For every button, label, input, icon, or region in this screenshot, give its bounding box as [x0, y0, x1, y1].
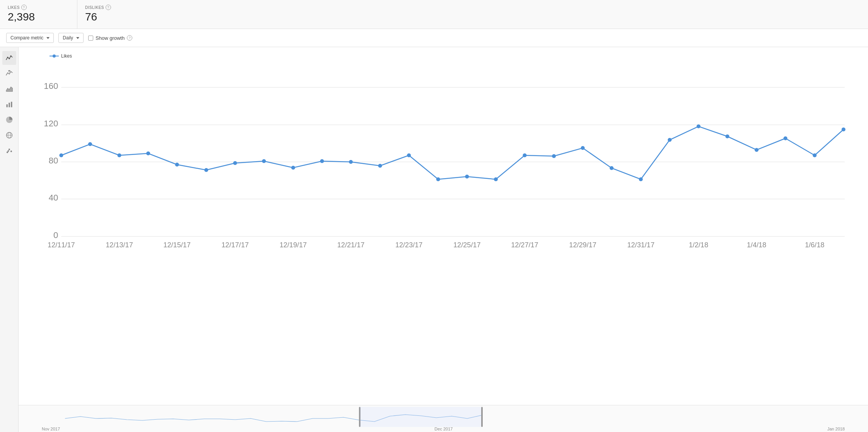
- dislikes-label: DISLIKES ?: [85, 5, 147, 10]
- svg-text:40: 40: [49, 193, 58, 202]
- minimap: Nov 2017 Dec 2017 Jan 2018: [19, 405, 868, 432]
- chart-line: [61, 126, 843, 179]
- chart-dot: [320, 159, 324, 163]
- daily-button[interactable]: Daily: [58, 33, 84, 43]
- chart-dot: [610, 166, 613, 170]
- chart-dot: [146, 151, 150, 155]
- dislikes-help-icon[interactable]: ?: [106, 5, 111, 10]
- line-chart-icon[interactable]: [2, 51, 16, 65]
- chart-dot: [725, 134, 729, 138]
- area-chart-icon[interactable]: [2, 82, 16, 96]
- svg-text:12/23/17: 12/23/17: [395, 241, 423, 248]
- minimap-selection: [360, 407, 481, 427]
- chart-dot: [117, 153, 121, 157]
- chart-svg: 0 40 80 120 160 12/11/17 12/13/17 12/15/…: [42, 63, 860, 248]
- svg-text:12/11/17: 12/11/17: [48, 241, 75, 248]
- svg-text:160: 160: [44, 81, 58, 91]
- chart-area: Likes 0 40 80 120 160: [19, 47, 868, 405]
- chart-dot: [639, 177, 643, 181]
- compare-metric-arrow-icon: [46, 37, 50, 39]
- minimap-svg: [42, 407, 845, 427]
- svg-rect-7: [11, 102, 12, 107]
- pie-chart-icon[interactable]: [2, 113, 16, 127]
- likes-help-icon[interactable]: ?: [21, 5, 27, 10]
- minimap-right-handle[interactable]: [481, 407, 483, 427]
- svg-text:1/2/18: 1/2/18: [689, 241, 708, 248]
- chart-dot: [291, 166, 295, 170]
- daily-arrow-icon: [76, 37, 79, 39]
- chart-dot: [407, 153, 411, 157]
- likes-metric: LIKES ? 2,398: [0, 0, 77, 29]
- chart-dot: [494, 177, 498, 181]
- toolbar: Compare metric Daily Show growth ?: [0, 29, 868, 47]
- compare-metric-label: Compare metric: [10, 35, 43, 41]
- chart-container: Likes 0 40 80 120 160: [19, 47, 868, 432]
- main-area: Likes 0 40 80 120 160: [0, 47, 868, 432]
- svg-text:0: 0: [53, 230, 58, 240]
- chart-dot: [204, 168, 208, 172]
- dislikes-value: 76: [85, 11, 147, 23]
- show-growth-checkbox[interactable]: [88, 36, 93, 41]
- compare-metric-button[interactable]: Compare metric: [6, 33, 54, 43]
- chart-type-sidebar: [0, 47, 19, 432]
- chart-dot: [697, 124, 701, 128]
- svg-rect-5: [6, 104, 7, 107]
- minimap-jan-label: Jan 2018: [827, 427, 845, 431]
- svg-text:12/15/17: 12/15/17: [163, 241, 191, 248]
- annotated-line-icon[interactable]: [2, 66, 16, 80]
- svg-point-13: [10, 151, 12, 152]
- chart-dot: [59, 153, 63, 157]
- minimap-dec-label: Dec 2017: [434, 427, 453, 431]
- likes-legend-label: Likes: [61, 53, 72, 59]
- svg-text:12/25/17: 12/25/17: [453, 241, 481, 248]
- svg-text:120: 120: [44, 119, 58, 128]
- svg-text:80: 80: [49, 156, 58, 165]
- svg-point-0: [7, 57, 8, 58]
- globe-icon[interactable]: [2, 128, 16, 142]
- svg-text:12/13/17: 12/13/17: [106, 241, 133, 248]
- chart-dot: [436, 177, 440, 181]
- chart-dot: [262, 159, 266, 163]
- show-growth-label: Show growth: [96, 35, 125, 41]
- minimap-nov-label: Nov 2017: [42, 427, 60, 431]
- minimap-labels: Nov 2017 Dec 2017 Jan 2018: [19, 427, 868, 431]
- chart-dot: [378, 164, 382, 168]
- svg-text:1/6/18: 1/6/18: [805, 241, 824, 248]
- show-growth-toggle[interactable]: Show growth ?: [88, 35, 132, 41]
- chart-dot: [552, 154, 556, 158]
- bar-chart-icon[interactable]: [2, 97, 16, 111]
- daily-label: Daily: [63, 35, 73, 41]
- chart-dot: [755, 148, 759, 152]
- svg-text:12/17/17: 12/17/17: [222, 241, 249, 248]
- svg-rect-4: [8, 70, 10, 71]
- chart-dot: [88, 142, 92, 146]
- chart-dot: [523, 153, 526, 157]
- svg-text:12/29/17: 12/29/17: [569, 241, 596, 248]
- top-metrics-bar: LIKES ? 2,398 DISLIKES ? 76: [0, 0, 868, 29]
- show-growth-help-icon[interactable]: ?: [127, 35, 132, 41]
- likes-label-text: LIKES: [8, 5, 20, 10]
- likes-legend-line: [50, 56, 59, 56]
- svg-text:1/4/18: 1/4/18: [747, 241, 766, 248]
- likes-legend-item: Likes: [50, 53, 72, 59]
- svg-rect-6: [9, 103, 10, 107]
- svg-point-12: [8, 149, 10, 150]
- svg-point-1: [9, 58, 10, 59]
- dislikes-label-text: DISLIKES: [85, 5, 104, 10]
- svg-point-11: [6, 151, 8, 153]
- chart-dot: [465, 175, 469, 179]
- likes-value: 2,398: [8, 11, 69, 23]
- chart-dot: [175, 163, 179, 167]
- chart-dot: [842, 128, 846, 131]
- svg-text:12/31/17: 12/31/17: [627, 241, 654, 248]
- svg-point-2: [10, 55, 11, 56]
- chart-dot: [668, 138, 672, 142]
- svg-text:12/21/17: 12/21/17: [337, 241, 365, 248]
- chart-dot: [233, 161, 237, 165]
- chart-legend: Likes: [50, 53, 860, 59]
- svg-text:12/19/17: 12/19/17: [280, 241, 307, 248]
- scatter-icon[interactable]: [2, 144, 16, 158]
- likes-label: LIKES ?: [8, 5, 69, 10]
- svg-text:12/27/17: 12/27/17: [511, 241, 538, 248]
- chart-dot: [349, 160, 353, 164]
